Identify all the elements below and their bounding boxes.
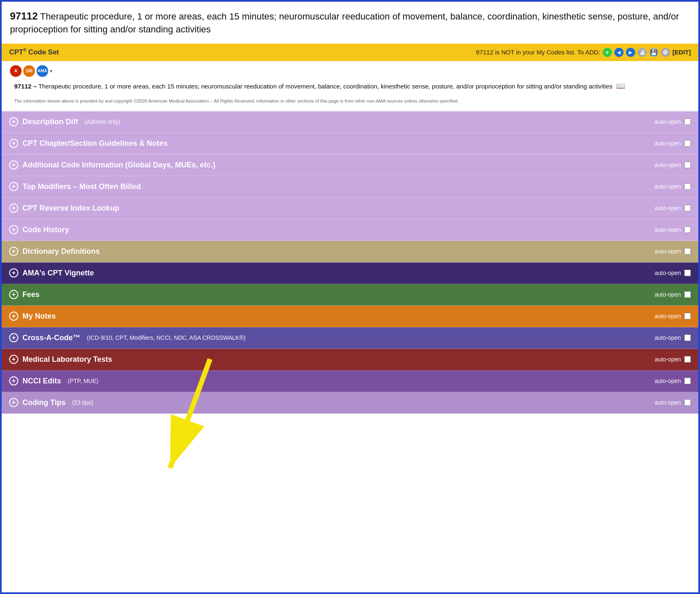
section-row-my-notes[interactable]: + My Notes auto-open bbox=[2, 306, 698, 327]
nav-left-icon[interactable]: ◄ bbox=[614, 48, 624, 57]
auto-open-label-description-diff: auto-open bbox=[655, 118, 681, 125]
auto-open-checkbox-top-modifiers[interactable] bbox=[684, 183, 691, 190]
icon-100: 100 bbox=[23, 65, 35, 77]
section-label-additional-code: Additional Code Information (Global Days… bbox=[22, 161, 215, 169]
header-section: 97112 Therapeutic procedure, 1 or more a… bbox=[2, 2, 698, 40]
sections-list: + Description Diff (Admins only) auto-op… bbox=[2, 111, 698, 414]
section-label-medical-lab: Medical Laboratory Tests bbox=[22, 355, 112, 364]
auto-open-label-additional-code: auto-open bbox=[655, 162, 681, 168]
auto-open-label-medical-lab: auto-open bbox=[655, 356, 681, 363]
section-label-ama-vignette: AMA's CPT Vignette bbox=[22, 269, 94, 277]
code-description: 97112 – Therapeutic procedure, 1 or more… bbox=[10, 80, 690, 92]
edit-button[interactable]: [EDIT] bbox=[673, 49, 691, 56]
auto-open-label-ama-vignette: auto-open bbox=[655, 270, 681, 276]
section-label-my-notes: My Notes bbox=[22, 312, 56, 321]
section-sub-ncci-edits: (PTP, MUE) bbox=[68, 378, 99, 384]
section-row-additional-code[interactable]: + Additional Code Information (Global Da… bbox=[2, 155, 698, 176]
print-icon[interactable]: 🖨 bbox=[638, 48, 647, 57]
code-number: 97112 bbox=[10, 10, 38, 22]
save-icon[interactable]: 💾 bbox=[649, 48, 658, 57]
auto-open-checkbox-my-notes[interactable] bbox=[684, 313, 691, 319]
plus-icon-cpt-chapter: + bbox=[9, 139, 18, 148]
nav-right-icon[interactable]: ► bbox=[626, 48, 635, 57]
plus-icon-ama-vignette: + bbox=[9, 268, 18, 277]
plus-icon-description-diff: + bbox=[9, 117, 18, 126]
section-label-coding-tips: Coding Tips bbox=[22, 398, 66, 407]
code-info-section: A 100 AMA ▾ 97112 – Therapeutic procedur… bbox=[2, 61, 698, 111]
auto-open-label-ncci-edits: auto-open bbox=[655, 378, 681, 384]
section-row-top-modifiers[interactable]: + Top Modifiers – Most Often Billed auto… bbox=[2, 176, 698, 198]
plus-icon-ncci-edits: + bbox=[9, 376, 18, 385]
auto-open-checkbox-description-diff[interactable] bbox=[684, 118, 691, 125]
auto-open-checkbox-ama-vignette[interactable] bbox=[684, 270, 691, 276]
not-in-list-message: 97112 is NOT in your My Codes list. To A… bbox=[476, 49, 600, 56]
section-label-cross-a-code: Cross-A-Code™ bbox=[22, 334, 80, 342]
section-row-code-history[interactable]: + Code History auto-open bbox=[2, 219, 698, 241]
icon-ama: AMA bbox=[37, 65, 48, 77]
code-bold: 97112 – bbox=[14, 83, 37, 90]
section-label-reverse-index: CPT Reverse Index Lookup bbox=[22, 204, 119, 213]
section-sub-description-diff: (Admins only) bbox=[85, 118, 121, 125]
section-label-ncci-edits: NCCI Edits bbox=[22, 377, 61, 385]
auto-open-label-my-notes: auto-open bbox=[655, 313, 681, 319]
auto-open-checkbox-ncci-edits[interactable] bbox=[684, 378, 691, 384]
section-row-reverse-index[interactable]: + CPT Reverse Index Lookup auto-open bbox=[2, 198, 698, 219]
header-description: Therapeutic procedure, 1 or more areas, … bbox=[10, 11, 679, 34]
auto-open-checkbox-additional-code[interactable] bbox=[684, 162, 691, 168]
section-label-dictionary-definitions: Dictionary Definitions bbox=[22, 247, 100, 256]
auto-open-checkbox-cpt-chapter[interactable] bbox=[684, 140, 691, 147]
section-row-cpt-chapter[interactable]: + CPT Chapter/Section Guidelines & Notes… bbox=[2, 133, 698, 155]
section-label-fees: Fees bbox=[22, 290, 39, 299]
auto-open-label-fees: auto-open bbox=[655, 291, 681, 298]
section-row-ncci-edits[interactable]: + NCCI Edits (PTP, MUE) auto-open bbox=[2, 371, 698, 392]
section-row-fees[interactable]: + Fees auto-open bbox=[2, 284, 698, 306]
section-row-description-diff[interactable]: + Description Diff (Admins only) auto-op… bbox=[2, 111, 698, 133]
section-row-cross-a-code[interactable]: + Cross-A-Code™ (ICD-9/10, CPT, Modifier… bbox=[2, 327, 698, 349]
auto-open-checkbox-coding-tips[interactable] bbox=[684, 399, 691, 406]
add-icon[interactable]: + bbox=[603, 48, 612, 57]
plus-icon-top-modifiers: + bbox=[9, 182, 18, 191]
plus-icon-additional-code: + bbox=[9, 160, 18, 169]
auto-open-label-cross-a-code: auto-open bbox=[655, 334, 681, 341]
section-row-ama-vignette[interactable]: + AMA's CPT Vignette auto-open bbox=[2, 263, 698, 284]
section-row-medical-lab[interactable]: + Medical Laboratory Tests auto-open bbox=[2, 349, 698, 371]
cpt-banner-label: CPT® Code Set bbox=[9, 48, 59, 56]
auto-open-label-reverse-index: auto-open bbox=[655, 205, 681, 211]
auto-open-checkbox-code-history[interactable] bbox=[684, 226, 691, 233]
plus-icon-medical-lab: + bbox=[9, 355, 18, 364]
auto-open-checkbox-fees[interactable] bbox=[684, 291, 691, 298]
auto-open-checkbox-dictionary-definitions[interactable] bbox=[684, 248, 691, 255]
plus-icon-coding-tips: + bbox=[9, 398, 18, 407]
auto-open-checkbox-cross-a-code[interactable] bbox=[684, 334, 691, 341]
plus-icon-fees: + bbox=[9, 290, 18, 299]
plus-icon-dictionary-definitions: + bbox=[9, 247, 18, 256]
section-label-top-modifiers: Top Modifiers – Most Often Billed bbox=[22, 182, 141, 191]
plus-icon-my-notes: + bbox=[9, 312, 18, 321]
plus-icon-code-history: + bbox=[9, 225, 18, 234]
section-sub-coding-tips: (23 tips) bbox=[72, 399, 94, 406]
auto-open-label-dictionary-definitions: auto-open bbox=[655, 248, 681, 255]
auto-open-checkbox-reverse-index[interactable] bbox=[684, 205, 691, 211]
auto-open-label-top-modifiers: auto-open bbox=[655, 183, 681, 190]
auto-open-label-cpt-chapter: auto-open bbox=[655, 140, 681, 147]
section-label-code-history: Code History bbox=[22, 226, 69, 234]
section-label-description-diff: Description Diff bbox=[22, 118, 78, 126]
section-sub-cross-a-code: (ICD-9/10, CPT, Modifiers, NCCI, NDC, AS… bbox=[87, 334, 246, 341]
header-title: 97112 Therapeutic procedure, 1 or more a… bbox=[10, 9, 690, 36]
ama-copyright: The information shown above is provided … bbox=[10, 98, 690, 109]
section-row-dictionary-definitions[interactable]: + Dictionary Definitions auto-open bbox=[2, 241, 698, 263]
auto-open-checkbox-medical-lab[interactable] bbox=[684, 356, 691, 363]
icon-audio: A bbox=[10, 65, 22, 77]
plus-icon-cross-a-code: + bbox=[9, 333, 18, 342]
dropdown-arrow-icon[interactable]: ▾ bbox=[50, 68, 52, 74]
section-label-cpt-chapter: CPT Chapter/Section Guidelines & Notes bbox=[22, 139, 168, 148]
book-icon: 📖 bbox=[616, 80, 625, 92]
cpt-banner: CPT® Code Set 97112 is NOT in your My Co… bbox=[2, 44, 698, 61]
section-row-coding-tips[interactable]: + Coding Tips (23 tips) auto-open bbox=[2, 392, 698, 414]
settings-icon[interactable]: ⚙ bbox=[661, 48, 670, 57]
plus-icon-reverse-index: + bbox=[9, 204, 18, 213]
icon-row: A 100 AMA ▾ bbox=[10, 65, 690, 77]
cpt-banner-right: 97112 is NOT in your My Codes list. To A… bbox=[476, 48, 691, 57]
auto-open-label-code-history: auto-open bbox=[655, 226, 681, 233]
auto-open-label-coding-tips: auto-open bbox=[655, 399, 681, 406]
